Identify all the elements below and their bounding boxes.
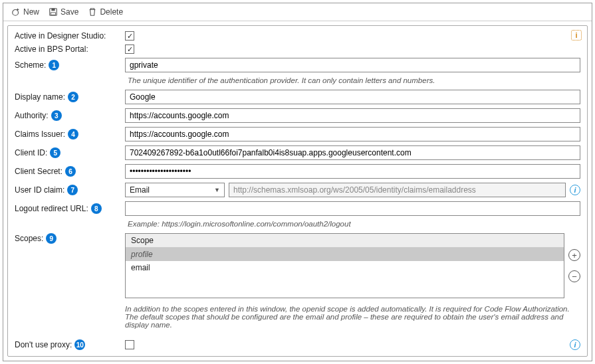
save-label: Save	[60, 7, 78, 17]
label-dont-use-proxy: Don't use proxy:	[15, 340, 72, 349]
delete-label: Delete	[100, 7, 123, 17]
badge-dont-use-proxy: 10	[74, 339, 85, 350]
readonly-user-id-claim-uri: http://schemas.xmlsoap.org/ws/2005/05/id…	[229, 183, 566, 197]
hint-logout-redirect: Example: https://login.microsoftonline.c…	[128, 220, 580, 228]
scope-row[interactable]: profile	[126, 248, 564, 261]
chevron-down-icon: ▼	[214, 187, 220, 193]
new-icon	[11, 7, 21, 17]
badge-logout-redirect: 8	[91, 203, 102, 214]
remove-scope-button[interactable]: −	[568, 270, 580, 282]
badge-scheme: 1	[49, 60, 59, 70]
input-client-id[interactable]	[125, 145, 580, 160]
label-scheme: Scheme:	[15, 60, 46, 70]
label-client-secret: Client Secret:	[15, 167, 62, 176]
checkbox-active-bps[interactable]: ✓	[125, 45, 134, 54]
input-display-name[interactable]	[125, 90, 580, 104]
checkbox-dont-use-proxy[interactable]	[125, 340, 134, 349]
label-active-designer: Active in Designer Studio:	[15, 31, 106, 41]
input-logout-redirect[interactable]	[125, 201, 580, 216]
scopes-list[interactable]: Scope profileemail	[125, 233, 564, 298]
badge-scopes: 9	[46, 233, 57, 244]
badge-claims-issuer: 4	[68, 129, 78, 139]
input-scheme[interactable]	[125, 58, 580, 72]
delete-button[interactable]: Delete	[85, 6, 126, 18]
checkbox-active-designer[interactable]: ✓	[125, 31, 134, 41]
new-button[interactable]: New	[9, 6, 42, 18]
label-display-name: Display name:	[15, 92, 65, 102]
label-client-id: Client ID:	[15, 148, 47, 157]
info-icon-user-id-claim[interactable]: i	[570, 185, 580, 195]
info-icon-dont-use-proxy[interactable]: i	[570, 339, 580, 350]
badge-authority: 3	[51, 110, 62, 121]
label-logout-redirect: Logout redirect URL:	[15, 204, 88, 213]
badge-display-name: 2	[68, 92, 78, 102]
panel-info-icon[interactable]: i	[571, 30, 582, 41]
badge-client-id: 5	[50, 147, 60, 158]
svg-rect-2	[51, 9, 55, 11]
input-client-secret[interactable]	[125, 164, 580, 179]
dropdown-user-id-claim[interactable]: Email ▼	[125, 183, 225, 197]
badge-user-id-claim: 7	[67, 185, 78, 195]
scope-row[interactable]: email	[126, 261, 564, 274]
hint-scheme: The unique identifier of the authenticat…	[128, 76, 580, 84]
label-scopes: Scopes:	[15, 234, 43, 243]
label-authority: Authority:	[15, 111, 49, 120]
label-claims-issuer: Claims Issuer:	[15, 130, 65, 139]
dropdown-user-id-claim-value: Email	[130, 185, 150, 195]
label-active-bps: Active in BPS Portal:	[15, 45, 88, 54]
form-panel: i Active in Designer Studio: ✓ Active in…	[7, 25, 588, 357]
label-user-id-claim: User ID claim:	[15, 185, 64, 195]
badge-client-secret: 6	[65, 166, 76, 177]
scopes-header: Scope	[126, 234, 564, 248]
add-scope-button[interactable]: +	[568, 249, 580, 261]
input-claims-issuer[interactable]	[125, 127, 580, 141]
toolbar: New Save Delete	[3, 3, 592, 21]
save-button[interactable]: Save	[46, 6, 81, 18]
save-icon	[49, 7, 58, 17]
svg-rect-3	[51, 13, 56, 15]
input-authority[interactable]	[125, 108, 580, 123]
hint-scopes: In addition to the scopes entered in thi…	[125, 305, 580, 329]
new-label: New	[23, 7, 39, 17]
trash-icon	[88, 7, 97, 17]
